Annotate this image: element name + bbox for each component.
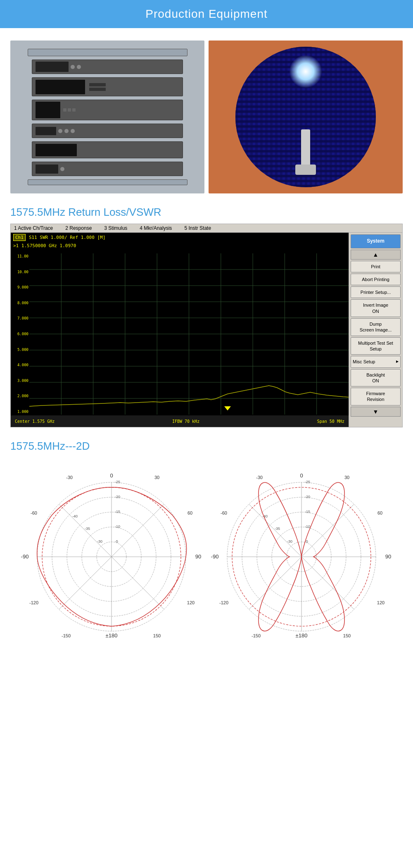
svg-text:60: 60 (188, 510, 192, 515)
vna-dump-screen-button[interactable]: Dump Screen Image... (351, 318, 401, 336)
page-header: Production Equipment (0, 0, 413, 28)
vna-menu-bar: 1 Active Ch/Trace 2 Response 3 Stimulus … (11, 224, 402, 233)
svg-text:-5: -5 (115, 539, 118, 544)
svg-text:-30: -30 (287, 539, 292, 544)
svg-text:90: 90 (385, 553, 391, 560)
svg-marker-18 (224, 406, 231, 410)
vna-body: Ch1 S11 SWR 1.000/ Ref 1.000 [M] >1 1.57… (11, 233, 402, 427)
vna-abort-printing-button[interactable]: Abort Printing (351, 274, 401, 285)
svg-text:-25: -25 (305, 480, 310, 484)
svg-text:-120: -120 (219, 600, 228, 605)
svg-text:60: 60 (377, 510, 382, 515)
vna-container: 1 Active Ch/Trace 2 Response 3 Stimulus … (10, 224, 403, 427)
svg-text:-90: -90 (211, 553, 219, 560)
vna-print-button[interactable]: Print (351, 261, 401, 272)
vna-center-freq: Center 1.575 GHz (15, 419, 55, 424)
svg-text:-30: -30 (97, 539, 102, 544)
svg-text:-20: -20 (115, 495, 120, 499)
vna-invert-image-button[interactable]: Invert Image ON (351, 299, 401, 317)
svg-text:±180: ±180 (296, 632, 308, 639)
svg-text:-20: -20 (305, 495, 310, 499)
vna-menu-4[interactable]: 4 Mkr/Analysis (140, 225, 172, 231)
svg-text:-35: -35 (275, 527, 280, 531)
polar-charts-container: 0 ±180 -90 90 -30 30 -60 60 -120 120 -15… (0, 466, 413, 648)
svg-text:-150: -150 (252, 633, 261, 638)
svg-text:120: 120 (377, 600, 385, 605)
svg-text:30: 30 (344, 475, 349, 480)
svg-text:-10: -10 (115, 525, 120, 529)
svg-text:-15: -15 (115, 510, 120, 514)
svg-text:-60: -60 (31, 510, 37, 515)
svg-text:-25: -25 (115, 480, 120, 484)
vna-system-button[interactable]: System (351, 234, 401, 248)
vna-bottom-bar: Center 1.575 GHz IFBW 70 kHz Span 50 MHz (11, 415, 349, 427)
svg-text:-40: -40 (72, 514, 78, 518)
anechoic-chamber-photo (209, 41, 403, 193)
vna-channel-label: Ch1 (13, 234, 26, 241)
page-title: Production Equipment (0, 7, 413, 21)
vna-menu-1[interactable]: 1 Active Ch/Trace (14, 225, 53, 231)
vna-multiport-button[interactable]: Multiport Test Set Setup (351, 337, 401, 355)
svg-text:-10: -10 (305, 525, 310, 529)
vna-firmware-button[interactable]: Firmware Revision (351, 388, 401, 405)
svg-text:0: 0 (110, 472, 113, 479)
svg-text:-30: -30 (66, 475, 73, 480)
vna-sidebar: System ▲ Print Abort Printing Printer Se… (349, 233, 402, 427)
equipment-rack-photo (10, 41, 204, 193)
svg-text:-90: -90 (21, 553, 29, 560)
vna-plot-header: S11 SWR 1.000/ Ref 1.000 [M] (29, 235, 105, 240)
vswr-section-label: 1575.5MHz Return Loss/VSWR (0, 202, 413, 224)
polar-chart-2: 0 ±180 -90 90 -30 30 -60 60 -120 120 -15… (211, 466, 392, 648)
vna-marker-text: >1 1.5750000 GHz 1.0970 (11, 242, 349, 249)
svg-text:-15: -15 (305, 510, 310, 514)
svg-text:-60: -60 (221, 510, 227, 515)
svg-text:-150: -150 (62, 633, 71, 638)
vna-menu-3[interactable]: 3 Stimulus (104, 225, 127, 231)
vna-misc-setup-button[interactable]: Misc Setup ▶ (351, 356, 401, 367)
vna-scroll-up-button[interactable]: ▲ (351, 250, 401, 260)
vna-printer-setup-button[interactable]: Printer Setup... (351, 286, 401, 298)
2d-section-label: 1575.5MHz---2D (0, 436, 413, 458)
polar-chart-1-svg: 0 ±180 -90 90 -30 30 -60 60 -120 120 -15… (21, 466, 202, 648)
vna-backlight-button[interactable]: Backlight ON (351, 369, 401, 387)
vna-ifbw: IFBW 70 kHz (172, 419, 199, 424)
vna-menu-2[interactable]: 2 Response (65, 225, 92, 231)
svg-text:30: 30 (154, 475, 159, 480)
vna-y-axis: 11.00 10.00 9.000 8.000 7.000 6.000 5.00… (11, 253, 29, 415)
vna-plot: Ch1 S11 SWR 1.000/ Ref 1.000 [M] >1 1.57… (11, 233, 349, 427)
photos-section (0, 28, 413, 202)
svg-text:-120: -120 (29, 600, 38, 605)
vna-scroll-down-button[interactable]: ▼ (351, 407, 401, 417)
vna-menu-5[interactable]: 5 Instr State (184, 225, 211, 231)
vna-trace-svg (29, 253, 349, 415)
svg-text:0: 0 (300, 472, 303, 479)
vna-span: Span 50 MHz (317, 419, 344, 424)
polar-chart-2-svg: 0 ±180 -90 90 -30 30 -60 60 -120 120 -15… (211, 466, 392, 648)
svg-text:150: 150 (153, 633, 161, 638)
svg-text:-35: -35 (85, 527, 90, 531)
svg-text:±180: ±180 (106, 632, 118, 639)
svg-text:-30: -30 (256, 475, 263, 480)
polar-chart-1: 0 ±180 -90 90 -30 30 -60 60 -120 120 -15… (21, 466, 202, 648)
svg-text:150: 150 (343, 633, 351, 638)
svg-text:90: 90 (195, 553, 201, 560)
svg-text:120: 120 (187, 600, 195, 605)
